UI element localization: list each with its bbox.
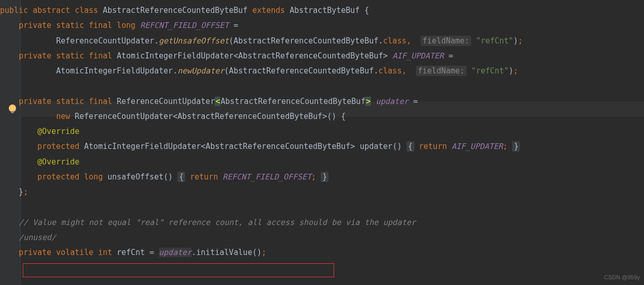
keyword: static [56,21,84,30]
string: "refCnt" [471,66,508,76]
param-hint: fieldName: [421,36,471,46]
comment: /unused/ [19,233,56,242]
keyword: class [383,36,407,46]
keyword: final [89,21,112,30]
code-area[interactable]: public abstract class AbstractReferenceC… [0,3,522,260]
field: AIF_UPDATER [393,51,444,61]
field: updater [159,248,191,257]
keyword: abstract [33,6,70,15]
watermark: CSDN @959y [604,272,640,283]
type: AbstractReferenceCountedByteBuf [177,112,322,121]
method: initialValue [196,248,252,257]
matched-bracket: > [365,97,371,106]
static-method: newUpdater [177,66,224,76]
keyword: final [89,51,112,61]
keyword: class [379,66,402,76]
folded-brace[interactable]: { [407,141,414,152]
keyword: long [84,172,103,182]
keyword: public [0,6,28,15]
annotation: @Override [37,157,79,167]
type: ReferenceCountUpdater [117,97,215,106]
keyword: final [89,97,112,106]
string: "refCnt" [476,36,513,46]
folded-brace[interactable]: } [512,141,520,152]
annotation: @Override [37,127,79,136]
type: AtomicIntegerFieldUpdater [84,142,201,151]
folded-brace[interactable]: { [177,172,185,182]
class-name: AbstractByteBuf [290,6,360,15]
type: AbstractReferenceCountedByteBuf [205,142,350,151]
field: refCnt [117,248,145,257]
keyword: protected [37,172,79,182]
keyword: return [419,142,447,151]
keyword: return [190,172,218,182]
keyword: private [19,97,51,106]
matched-bracket: < [215,97,220,106]
keyword: new [56,112,70,121]
type: AbstractReferenceCountedByteBuf [234,36,379,46]
keyword: protected [37,142,79,151]
keyword: volatile [56,248,93,257]
folded-brace[interactable]: } [321,172,328,182]
type: AtomicIntegerFieldUpdater [56,66,173,76]
type: AbstractReferenceCountedByteBuf [220,97,365,106]
keyword: private [19,21,51,30]
type: ReferenceCountUpdater [75,112,173,121]
keyword: static [56,51,84,61]
annotation-box [23,263,334,277]
comment: // Value might not equal "real" referenc… [19,218,416,227]
class-name: AbstractReferenceCountedByteBuf [103,6,248,15]
method: unsafeOffset [108,172,163,182]
type: AbstractReferenceCountedByteBuf [229,66,374,76]
method: updater [360,142,392,151]
keyword: extends [252,6,285,15]
static-method: getUnsafeOffset [159,36,229,46]
keyword: int [98,248,112,257]
keyword: static [56,97,84,106]
keyword: class [75,6,98,15]
param-hint: fieldName: [416,66,467,76]
keyword: private [19,248,51,257]
field: REFCNT_FIELD_OFFSET [222,172,311,182]
field: updater [376,97,409,106]
keyword: long [117,21,136,30]
type: AtomicIntegerFieldUpdater [117,51,234,61]
keyword: private [19,51,51,61]
field: REFCNT_FIELD_OFFSET [140,21,229,30]
type: AbstractReferenceCountedByteBuf [238,51,383,61]
type: ReferenceCountUpdater [56,36,154,46]
field: AIF_UPDATER [452,142,503,151]
